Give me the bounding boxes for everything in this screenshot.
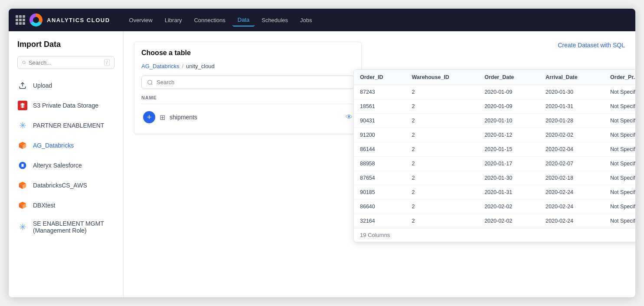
table-search-input[interactable] [157,79,349,86]
cell-r3-c1: 2 [405,128,478,142]
table-row: 3216422020-02-022020-02-24Not Specif... [354,214,635,228]
cell-r7-c1: 2 [405,185,478,200]
sidebar-title: Import Data [9,40,123,56]
cell-r5-c2: 2020-01-17 [478,157,539,171]
sidebar-item-label: DBXtest [33,202,55,209]
cell-r9-c1: 2 [405,214,478,228]
sidebar-item-alteryx[interactable]: Alteryx Salesforce [9,156,123,175]
upload-icon [17,80,28,91]
nav-data[interactable]: Data [232,14,255,26]
table-row-item-shipments[interactable]: + ⊞ shipments 👁 [141,108,354,127]
nav-library[interactable]: Library [160,14,187,26]
analytics-logo-icon [29,13,42,26]
sidebar-item-databrickscs[interactable]: DatabricksCS_AWS [9,176,123,195]
col-order-date: Order_Date [478,70,539,85]
preview-eye-icon[interactable]: 👁 [346,113,353,121]
cell-r2-c1: 2 [405,114,478,128]
cell-r5-c0: 88958 [354,157,405,171]
sidebar-item-se-enablement[interactable]: ✳ SE ENABLEMENT MGMT (Management Role) [9,216,123,238]
cell-r8-c4: Not Specif... [604,200,635,214]
cell-r0-c0: 87243 [354,85,405,99]
cell-r8-c1: 2 [405,200,478,214]
table-row: 9043122020-01-102020-01-28Not Specif... [354,114,635,128]
cell-r6-c4: Not Specif... [604,171,635,185]
sidebar: Import Data / [9,31,124,297]
salesforce-icon [17,160,28,171]
cell-r7-c4: Not Specif... [604,185,635,200]
table-search-icon [147,79,153,86]
cell-r4-c2: 2020-01-15 [478,142,539,157]
cell-r0-c1: 2 [405,85,478,99]
table-row: 8664022020-02-022020-02-24Not Specif... [354,200,635,214]
cell-r9-c4: Not Specif... [604,214,635,228]
cell-r0-c2: 2020-01-09 [478,85,539,99]
add-table-button[interactable]: + [143,111,155,123]
sidebar-item-dbxtest[interactable]: DBXtest [9,196,123,215]
search-shortcut: / [104,59,110,66]
table-row: 8724322020-01-092020-01-30Not Specif... [354,85,635,99]
nav-connections[interactable]: Connections [189,14,230,26]
table-row: 8614422020-01-152020-02-04Not Specif... [354,142,635,157]
cell-r7-c2: 2020-01-31 [478,185,539,200]
cell-r1-c2: 2020-01-09 [478,99,539,114]
cell-r1-c3: 2020-01-31 [539,99,604,114]
topnav: ANALYTICS CLOUD Overview Library Connect… [9,9,635,31]
cell-r4-c4: Not Specif... [604,142,635,157]
nav-links: Overview Library Connections Data Schedu… [124,14,317,26]
cell-r9-c3: 2020-02-24 [539,214,604,228]
databricks2-icon [17,180,28,191]
table-row: 8895822020-01-172020-02-07Not Specif... [354,157,635,171]
cell-r3-c3: 2020-02-02 [539,128,604,142]
logo-area: ANALYTICS CLOUD [16,13,110,26]
right-content: Create Dataset with SQL Choose a table A… [124,31,635,297]
cell-r4-c0: 86144 [354,142,405,157]
create-dataset-sql-button[interactable]: Create Dataset with SQL [558,42,625,49]
main-content: Import Data / [9,31,635,297]
cell-r0-c4: Not Specif... [604,85,635,99]
sidebar-item-label: S3 Private Data Storage [33,102,98,109]
sidebar-item-partner[interactable]: ✳ PARTNER ENABLEMENT [9,116,123,135]
cell-r6-c1: 2 [405,171,478,185]
sidebar-item-label: DatabricksCS_AWS [33,182,87,189]
cell-r7-c3: 2020-02-24 [539,185,604,200]
sidebar-item-ag-databricks[interactable]: AG_Databricks [9,136,123,155]
table-item-name: shipments [170,114,341,121]
s3-icon [17,100,28,111]
cell-r7-c0: 90185 [354,185,405,200]
table-row: 1856122020-01-092020-01-31Not Specif... [354,99,635,114]
col-warehouse-id: Warehouse_ID [405,70,478,85]
preview-popup: Order_ID Warehouse_ID Order_Date Arrival… [353,69,635,242]
sidebar-items: Upload S3 Private Data Storage [9,76,123,289]
nav-schedules[interactable]: Schedules [256,14,293,26]
cell-r6-c0: 87654 [354,171,405,185]
sidebar-item-s3[interactable]: S3 Private Data Storage [9,96,123,115]
choose-table-title: Choose a table [141,49,354,57]
snowflake2-icon: ✳ [17,222,28,232]
sidebar-search-box[interactable]: / [17,56,114,69]
grid-icon [16,15,25,25]
sidebar-item-label: PARTNER ENABLEMENT [33,122,104,129]
table-row: 9120022020-01-122020-02-02Not Specif... [354,128,635,142]
table-chooser-panel: Choose a table AG_Databricks / unity_clo… [134,42,362,134]
preview-footer: 19 Columns [354,228,635,242]
nav-jobs[interactable]: Jobs [295,14,317,26]
app-name: ANALYTICS CLOUD [47,17,110,23]
cell-r2-c3: 2020-01-28 [539,114,604,128]
table-col-header: NAME [141,95,354,104]
sidebar-search-input[interactable] [29,59,101,66]
preview-table: Order_ID Warehouse_ID Order_Date Arrival… [354,70,635,228]
databricks-icon [17,140,28,151]
snowflake-icon: ✳ [17,120,28,131]
table-search-box[interactable] [141,76,354,89]
cell-r2-c2: 2020-01-10 [478,114,539,128]
breadcrumb-ag-databricks[interactable]: AG_Databricks [141,63,179,69]
nav-overview[interactable]: Overview [124,14,158,26]
table-row: 8765422020-01-302020-02-18Not Specif... [354,171,635,185]
cell-r1-c1: 2 [405,99,478,114]
cell-r0-c3: 2020-01-30 [539,85,604,99]
svg-line-13 [151,83,153,85]
sidebar-item-label: SE ENABLEMENT MGMT (Management Role) [33,220,114,234]
svg-point-0 [23,61,25,64]
col-arrival-date: Arrival_Date [539,70,604,85]
sidebar-item-upload[interactable]: Upload [9,76,123,95]
